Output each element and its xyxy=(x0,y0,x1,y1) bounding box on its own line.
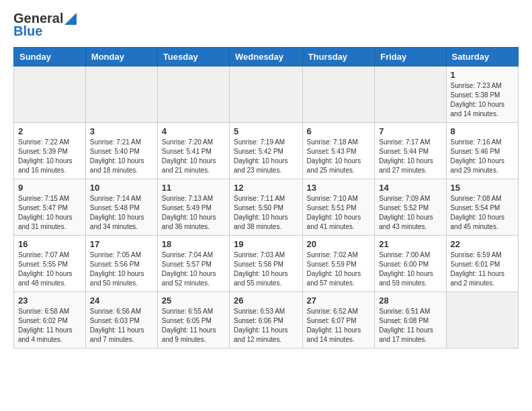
day-number: 2 xyxy=(18,126,81,136)
calendar-header-row: SundayMondayTuesdayWednesdayThursdayFrid… xyxy=(14,48,519,66)
day-info: Sunrise: 6:52 AM Sunset: 6:07 PM Dayligh… xyxy=(307,307,371,345)
day-info: Sunrise: 7:13 AM Sunset: 5:49 PM Dayligh… xyxy=(162,194,225,232)
day-info: Sunrise: 7:17 AM Sunset: 5:44 PM Dayligh… xyxy=(379,138,441,175)
calendar-cell xyxy=(302,66,375,123)
calendar-header-sunday: Sunday xyxy=(14,48,86,66)
calendar-cell: 16Sunrise: 7:07 AM Sunset: 5:55 PM Dayli… xyxy=(14,236,86,292)
calendar-week-row: 1Sunrise: 7:23 AM Sunset: 5:38 PM Daylig… xyxy=(14,66,519,123)
calendar-cell: 7Sunrise: 7:17 AM Sunset: 5:44 PM Daylig… xyxy=(375,123,446,179)
calendar-week-row: 23Sunrise: 6:58 AM Sunset: 6:02 PM Dayli… xyxy=(14,292,519,349)
day-number: 18 xyxy=(162,239,225,249)
day-info: Sunrise: 6:59 AM Sunset: 6:01 PM Dayligh… xyxy=(451,250,514,288)
calendar-week-row: 9Sunrise: 7:15 AM Sunset: 5:47 PM Daylig… xyxy=(14,179,519,236)
day-number: 4 xyxy=(162,126,225,136)
calendar-cell: 11Sunrise: 7:13 AM Sunset: 5:49 PM Dayli… xyxy=(157,179,229,236)
day-number: 28 xyxy=(379,295,441,306)
calendar-cell: 14Sunrise: 7:09 AM Sunset: 5:52 PM Dayli… xyxy=(375,179,446,236)
calendar-cell: 4Sunrise: 7:20 AM Sunset: 5:41 PM Daylig… xyxy=(157,123,229,179)
page-header: General Blue xyxy=(13,11,519,39)
day-info: Sunrise: 7:03 AM Sunset: 5:58 PM Dayligh… xyxy=(234,250,298,288)
day-number: 19 xyxy=(234,239,298,249)
calendar-cell: 6Sunrise: 7:18 AM Sunset: 5:43 PM Daylig… xyxy=(302,123,375,179)
day-info: Sunrise: 7:08 AM Sunset: 5:54 PM Dayligh… xyxy=(451,194,514,232)
calendar-cell: 8Sunrise: 7:16 AM Sunset: 5:46 PM Daylig… xyxy=(446,123,518,179)
day-number: 13 xyxy=(307,183,371,193)
day-number: 20 xyxy=(307,239,371,249)
day-info: Sunrise: 7:05 AM Sunset: 5:56 PM Dayligh… xyxy=(90,250,153,288)
day-number: 10 xyxy=(90,183,153,193)
calendar-cell: 2Sunrise: 7:22 AM Sunset: 5:39 PM Daylig… xyxy=(14,123,86,179)
day-number: 8 xyxy=(451,126,514,136)
calendar-cell: 17Sunrise: 7:05 AM Sunset: 5:56 PM Dayli… xyxy=(85,236,157,292)
day-info: Sunrise: 7:10 AM Sunset: 5:51 PM Dayligh… xyxy=(307,194,371,232)
calendar-header-wednesday: Wednesday xyxy=(230,48,303,66)
calendar-table: SundayMondayTuesdayWednesdayThursdayFrid… xyxy=(13,47,519,349)
calendar-cell xyxy=(446,292,518,349)
calendar-cell: 24Sunrise: 6:56 AM Sunset: 6:03 PM Dayli… xyxy=(85,292,157,349)
calendar-cell: 28Sunrise: 6:51 AM Sunset: 6:08 PM Dayli… xyxy=(375,292,446,349)
calendar-cell xyxy=(157,66,229,123)
day-number: 21 xyxy=(379,239,441,249)
calendar-cell xyxy=(14,66,86,123)
day-info: Sunrise: 7:07 AM Sunset: 5:55 PM Dayligh… xyxy=(18,250,81,288)
day-info: Sunrise: 6:56 AM Sunset: 6:03 PM Dayligh… xyxy=(90,307,153,345)
day-info: Sunrise: 7:22 AM Sunset: 5:39 PM Dayligh… xyxy=(18,138,81,175)
day-info: Sunrise: 7:20 AM Sunset: 5:41 PM Dayligh… xyxy=(162,138,225,175)
svg-marker-0 xyxy=(64,13,77,25)
calendar-cell: 3Sunrise: 7:21 AM Sunset: 5:40 PM Daylig… xyxy=(85,123,157,179)
day-number: 25 xyxy=(162,295,225,306)
calendar-header-monday: Monday xyxy=(85,48,157,66)
calendar-week-row: 2Sunrise: 7:22 AM Sunset: 5:39 PM Daylig… xyxy=(14,123,519,179)
day-number: 15 xyxy=(451,183,514,193)
calendar-header-friday: Friday xyxy=(375,48,446,66)
day-number: 1 xyxy=(451,70,514,80)
calendar-header-thursday: Thursday xyxy=(302,48,375,66)
calendar-cell: 20Sunrise: 7:02 AM Sunset: 5:59 PM Dayli… xyxy=(302,236,375,292)
logo-icon xyxy=(64,13,77,25)
day-number: 26 xyxy=(234,295,298,306)
calendar-header-tuesday: Tuesday xyxy=(157,48,229,66)
day-number: 6 xyxy=(307,126,371,136)
day-number: 14 xyxy=(379,183,441,193)
day-number: 17 xyxy=(90,239,153,249)
day-info: Sunrise: 7:09 AM Sunset: 5:52 PM Dayligh… xyxy=(379,194,441,232)
calendar-cell: 27Sunrise: 6:52 AM Sunset: 6:07 PM Dayli… xyxy=(302,292,375,349)
day-info: Sunrise: 6:55 AM Sunset: 6:05 PM Dayligh… xyxy=(162,307,225,345)
day-info: Sunrise: 7:23 AM Sunset: 5:38 PM Dayligh… xyxy=(451,81,514,119)
calendar-cell: 13Sunrise: 7:10 AM Sunset: 5:51 PM Dayli… xyxy=(302,179,375,236)
calendar-cell: 18Sunrise: 7:04 AM Sunset: 5:57 PM Dayli… xyxy=(157,236,229,292)
calendar-cell: 19Sunrise: 7:03 AM Sunset: 5:58 PM Dayli… xyxy=(230,236,303,292)
day-number: 11 xyxy=(162,183,225,193)
day-info: Sunrise: 7:11 AM Sunset: 5:50 PM Dayligh… xyxy=(234,194,298,232)
day-info: Sunrise: 7:19 AM Sunset: 5:42 PM Dayligh… xyxy=(234,138,298,175)
day-info: Sunrise: 6:58 AM Sunset: 6:02 PM Dayligh… xyxy=(18,307,81,345)
day-number: 22 xyxy=(451,239,514,249)
calendar-cell: 5Sunrise: 7:19 AM Sunset: 5:42 PM Daylig… xyxy=(230,123,303,179)
day-number: 12 xyxy=(234,183,298,193)
calendar-cell: 23Sunrise: 6:58 AM Sunset: 6:02 PM Dayli… xyxy=(14,292,86,349)
calendar-cell xyxy=(85,66,157,123)
logo: General Blue xyxy=(13,11,77,39)
day-info: Sunrise: 7:02 AM Sunset: 5:59 PM Dayligh… xyxy=(307,250,371,288)
day-number: 24 xyxy=(90,295,153,306)
day-info: Sunrise: 7:16 AM Sunset: 5:46 PM Dayligh… xyxy=(451,138,514,175)
calendar-cell xyxy=(375,66,446,123)
calendar-cell: 9Sunrise: 7:15 AM Sunset: 5:47 PM Daylig… xyxy=(14,179,86,236)
calendar-cell: 12Sunrise: 7:11 AM Sunset: 5:50 PM Dayli… xyxy=(230,179,303,236)
logo-blue-text: Blue xyxy=(13,24,42,39)
calendar-cell: 22Sunrise: 6:59 AM Sunset: 6:01 PM Dayli… xyxy=(446,236,518,292)
day-number: 16 xyxy=(18,239,81,249)
day-number: 7 xyxy=(379,126,441,136)
day-info: Sunrise: 6:51 AM Sunset: 6:08 PM Dayligh… xyxy=(379,307,441,345)
calendar-cell: 21Sunrise: 7:00 AM Sunset: 6:00 PM Dayli… xyxy=(375,236,446,292)
calendar-cell: 1Sunrise: 7:23 AM Sunset: 5:38 PM Daylig… xyxy=(446,66,518,123)
calendar-cell: 15Sunrise: 7:08 AM Sunset: 5:54 PM Dayli… xyxy=(446,179,518,236)
calendar-cell xyxy=(230,66,303,123)
calendar-week-row: 16Sunrise: 7:07 AM Sunset: 5:55 PM Dayli… xyxy=(14,236,519,292)
calendar-header-saturday: Saturday xyxy=(446,48,518,66)
calendar-cell: 25Sunrise: 6:55 AM Sunset: 6:05 PM Dayli… xyxy=(157,292,229,349)
day-info: Sunrise: 7:04 AM Sunset: 5:57 PM Dayligh… xyxy=(162,250,225,288)
day-number: 23 xyxy=(18,295,81,306)
calendar-cell: 26Sunrise: 6:53 AM Sunset: 6:06 PM Dayli… xyxy=(230,292,303,349)
day-number: 9 xyxy=(18,183,81,193)
